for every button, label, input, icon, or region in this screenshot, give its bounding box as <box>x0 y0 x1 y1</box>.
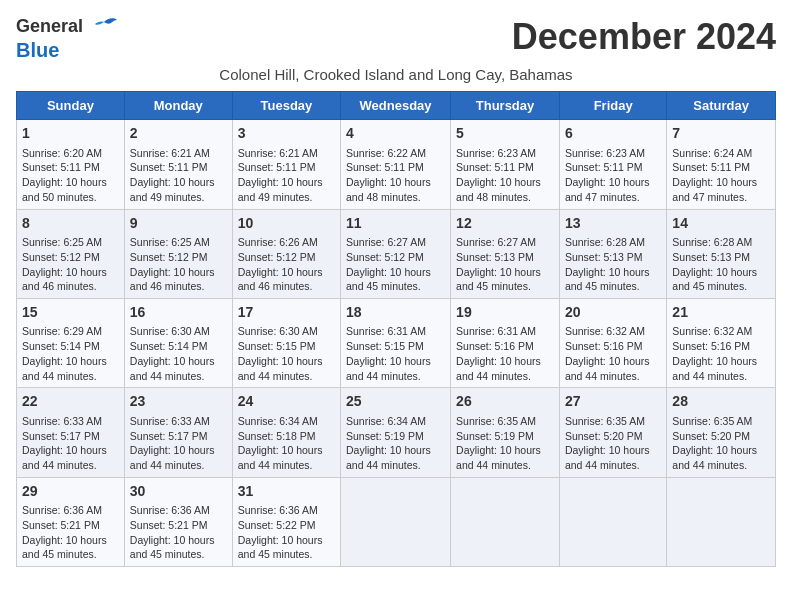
day-number: 31 <box>238 482 335 502</box>
daylight-info: Daylight: 10 hours and 47 minutes. <box>565 176 650 203</box>
calendar-cell: 17Sunrise: 6:30 AMSunset: 5:15 PMDayligh… <box>232 298 340 387</box>
daylight-info: Daylight: 10 hours and 49 minutes. <box>130 176 215 203</box>
sunrise-time: Sunrise: 6:25 AM <box>22 236 102 248</box>
day-number: 20 <box>565 303 661 323</box>
sunset-time: Sunset: 5:17 PM <box>130 430 208 442</box>
sunrise-time: Sunrise: 6:28 AM <box>565 236 645 248</box>
calendar-cell: 15Sunrise: 6:29 AMSunset: 5:14 PMDayligh… <box>17 298 125 387</box>
day-number: 10 <box>238 214 335 234</box>
day-number: 28 <box>672 392 770 412</box>
day-number: 27 <box>565 392 661 412</box>
calendar-cell <box>341 477 451 566</box>
daylight-info: Daylight: 10 hours and 44 minutes. <box>22 355 107 382</box>
sunset-time: Sunset: 5:14 PM <box>130 340 208 352</box>
day-number: 24 <box>238 392 335 412</box>
sunset-time: Sunset: 5:22 PM <box>238 519 316 531</box>
calendar-cell: 28Sunrise: 6:35 AMSunset: 5:20 PMDayligh… <box>667 388 776 477</box>
daylight-info: Daylight: 10 hours and 44 minutes. <box>565 444 650 471</box>
calendar-cell: 13Sunrise: 6:28 AMSunset: 5:13 PMDayligh… <box>559 209 666 298</box>
sunrise-time: Sunrise: 6:21 AM <box>238 147 318 159</box>
sunrise-time: Sunrise: 6:34 AM <box>346 415 426 427</box>
day-number: 3 <box>238 124 335 144</box>
day-number: 11 <box>346 214 445 234</box>
subtitle: Colonel Hill, Crooked Island and Long Ca… <box>16 66 776 83</box>
daylight-info: Daylight: 10 hours and 50 minutes. <box>22 176 107 203</box>
calendar-cell: 3Sunrise: 6:21 AMSunset: 5:11 PMDaylight… <box>232 120 340 209</box>
day-number: 18 <box>346 303 445 323</box>
day-number: 25 <box>346 392 445 412</box>
sunrise-time: Sunrise: 6:25 AM <box>130 236 210 248</box>
sunrise-time: Sunrise: 6:35 AM <box>565 415 645 427</box>
calendar-cell: 22Sunrise: 6:33 AMSunset: 5:17 PMDayligh… <box>17 388 125 477</box>
daylight-info: Daylight: 10 hours and 47 minutes. <box>672 176 757 203</box>
weekday-header-friday: Friday <box>559 92 666 120</box>
daylight-info: Daylight: 10 hours and 46 minutes. <box>22 266 107 293</box>
calendar-cell: 19Sunrise: 6:31 AMSunset: 5:16 PMDayligh… <box>451 298 560 387</box>
day-number: 22 <box>22 392 119 412</box>
sunset-time: Sunset: 5:15 PM <box>238 340 316 352</box>
logo-bird-icon <box>89 14 119 44</box>
calendar-cell: 31Sunrise: 6:36 AMSunset: 5:22 PMDayligh… <box>232 477 340 566</box>
sunrise-time: Sunrise: 6:20 AM <box>22 147 102 159</box>
sunset-time: Sunset: 5:13 PM <box>456 251 534 263</box>
day-number: 15 <box>22 303 119 323</box>
weekday-header-sunday: Sunday <box>17 92 125 120</box>
sunrise-time: Sunrise: 6:30 AM <box>238 325 318 337</box>
calendar-cell: 26Sunrise: 6:35 AMSunset: 5:19 PMDayligh… <box>451 388 560 477</box>
calendar-cell: 5Sunrise: 6:23 AMSunset: 5:11 PMDaylight… <box>451 120 560 209</box>
weekday-header-monday: Monday <box>124 92 232 120</box>
calendar-cell <box>451 477 560 566</box>
sunrise-time: Sunrise: 6:27 AM <box>346 236 426 248</box>
calendar-cell: 9Sunrise: 6:25 AMSunset: 5:12 PMDaylight… <box>124 209 232 298</box>
day-number: 1 <box>22 124 119 144</box>
sunset-time: Sunset: 5:21 PM <box>130 519 208 531</box>
sunrise-time: Sunrise: 6:21 AM <box>130 147 210 159</box>
calendar-cell: 27Sunrise: 6:35 AMSunset: 5:20 PMDayligh… <box>559 388 666 477</box>
calendar-cell: 6Sunrise: 6:23 AMSunset: 5:11 PMDaylight… <box>559 120 666 209</box>
sunrise-time: Sunrise: 6:29 AM <box>22 325 102 337</box>
day-number: 23 <box>130 392 227 412</box>
sunset-time: Sunset: 5:16 PM <box>456 340 534 352</box>
sunset-time: Sunset: 5:13 PM <box>672 251 750 263</box>
day-number: 9 <box>130 214 227 234</box>
daylight-info: Daylight: 10 hours and 44 minutes. <box>456 444 541 471</box>
weekday-header-wednesday: Wednesday <box>341 92 451 120</box>
day-number: 2 <box>130 124 227 144</box>
sunrise-time: Sunrise: 6:33 AM <box>130 415 210 427</box>
calendar-cell: 1Sunrise: 6:20 AMSunset: 5:11 PMDaylight… <box>17 120 125 209</box>
sunrise-time: Sunrise: 6:32 AM <box>672 325 752 337</box>
daylight-info: Daylight: 10 hours and 45 minutes. <box>456 266 541 293</box>
sunset-time: Sunset: 5:11 PM <box>565 161 643 173</box>
daylight-info: Daylight: 10 hours and 46 minutes. <box>130 266 215 293</box>
calendar-cell <box>559 477 666 566</box>
calendar-table: SundayMondayTuesdayWednesdayThursdayFrid… <box>16 91 776 567</box>
sunset-time: Sunset: 5:21 PM <box>22 519 100 531</box>
daylight-info: Daylight: 10 hours and 44 minutes. <box>346 355 431 382</box>
sunset-time: Sunset: 5:12 PM <box>346 251 424 263</box>
calendar-cell: 30Sunrise: 6:36 AMSunset: 5:21 PMDayligh… <box>124 477 232 566</box>
sunrise-time: Sunrise: 6:22 AM <box>346 147 426 159</box>
day-number: 19 <box>456 303 554 323</box>
calendar-cell: 12Sunrise: 6:27 AMSunset: 5:13 PMDayligh… <box>451 209 560 298</box>
sunrise-time: Sunrise: 6:23 AM <box>565 147 645 159</box>
sunset-time: Sunset: 5:11 PM <box>22 161 100 173</box>
month-title: December 2024 <box>512 16 776 58</box>
sunrise-time: Sunrise: 6:35 AM <box>672 415 752 427</box>
daylight-info: Daylight: 10 hours and 48 minutes. <box>456 176 541 203</box>
sunset-time: Sunset: 5:15 PM <box>346 340 424 352</box>
sunset-time: Sunset: 5:11 PM <box>346 161 424 173</box>
sunrise-time: Sunrise: 6:24 AM <box>672 147 752 159</box>
sunrise-time: Sunrise: 6:28 AM <box>672 236 752 248</box>
calendar-cell: 10Sunrise: 6:26 AMSunset: 5:12 PMDayligh… <box>232 209 340 298</box>
sunrise-time: Sunrise: 6:23 AM <box>456 147 536 159</box>
calendar-cell: 21Sunrise: 6:32 AMSunset: 5:16 PMDayligh… <box>667 298 776 387</box>
calendar-cell: 29Sunrise: 6:36 AMSunset: 5:21 PMDayligh… <box>17 477 125 566</box>
calendar-cell <box>667 477 776 566</box>
day-number: 6 <box>565 124 661 144</box>
sunrise-time: Sunrise: 6:31 AM <box>456 325 536 337</box>
sunset-time: Sunset: 5:12 PM <box>238 251 316 263</box>
sunset-time: Sunset: 5:11 PM <box>130 161 208 173</box>
sunset-time: Sunset: 5:12 PM <box>130 251 208 263</box>
day-number: 29 <box>22 482 119 502</box>
sunrise-time: Sunrise: 6:35 AM <box>456 415 536 427</box>
